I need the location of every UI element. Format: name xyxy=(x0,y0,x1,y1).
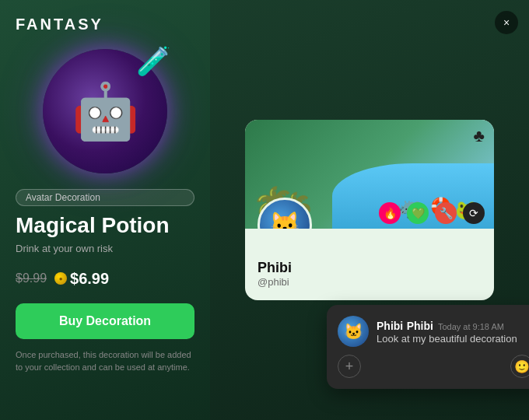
chat-input-row: + 🙂 xyxy=(338,355,529,378)
left-panel: FANTASY 🤖 🧪 Avatar Decoration Magical Po… xyxy=(0,0,210,420)
icon-heart[interactable]: 💚 xyxy=(407,202,429,224)
price-coin: ● $6.99 xyxy=(54,270,109,288)
avatar-decoration-emoji: 🧪 xyxy=(136,45,171,78)
item-name: Magical Potion xyxy=(16,214,194,238)
price-original: $9.99 xyxy=(16,271,47,285)
disclaimer-text: Once purchased, this decoration will be … xyxy=(16,348,194,374)
close-button[interactable]: × xyxy=(495,11,518,34)
profile-info: Phibi @phibi xyxy=(245,229,494,300)
icon-spinner[interactable]: ⟳ xyxy=(463,202,485,224)
buy-decoration-button[interactable]: Buy Decoration xyxy=(16,303,194,339)
profile-action-icons: 🔥 💚 🔧 ⟳ xyxy=(379,202,485,224)
right-panel: × 🌴 🌴 🦏 🛟 🐸 ♣ 🐱 🔥 xyxy=(210,0,529,420)
avatar-emoji: 🤖 xyxy=(72,84,139,138)
chat-message: Look at my beautiful decoration xyxy=(377,333,517,345)
chat-avatar: 🐱 xyxy=(338,316,369,347)
coin-icon: ● xyxy=(54,272,67,285)
profile-name: Phibi xyxy=(257,260,482,276)
chat-bubble: 🐱 Phibi PhibiToday at 9:18 AM Look at my… xyxy=(327,305,529,389)
price-row: $9.99 ● $6.99 xyxy=(16,270,194,288)
icon-wrench[interactable]: 🔧 xyxy=(435,202,457,224)
chat-name-row: Phibi PhibiToday at 9:18 AM Look at my b… xyxy=(377,319,517,345)
price-discounted: $6.99 xyxy=(70,270,109,288)
profile-avatar-wrapper: 🐱 xyxy=(257,198,312,229)
chat-header: 🐱 Phibi PhibiToday at 9:18 AM Look at my… xyxy=(338,316,529,347)
chat-add-button[interactable]: + xyxy=(338,355,361,378)
item-badge: Avatar Decoration xyxy=(16,189,194,206)
chat-emoji-button[interactable]: 🙂 xyxy=(510,355,529,378)
spade-icon: ♣ xyxy=(474,126,485,146)
item-description: Drink at your own risk xyxy=(16,243,194,254)
profile-card: 🌴 🌴 🦏 🛟 🐸 ♣ 🐱 🔥 💚 🔧 ⟳ xyxy=(245,120,494,300)
app-logo: FANTASY xyxy=(16,16,194,33)
icon-flame[interactable]: 🔥 xyxy=(379,202,401,224)
profile-banner: 🌴 🌴 🦏 🛟 🐸 ♣ 🐱 🔥 💚 🔧 ⟳ xyxy=(245,120,494,229)
profile-handle: @phibi xyxy=(257,276,482,288)
avatar-container: 🤖 🧪 xyxy=(16,49,194,173)
chat-time: PhibiToday at 9:18 AM xyxy=(407,322,504,331)
avatar-circle: 🤖 🧪 xyxy=(43,49,167,173)
chat-sender-name: Phibi xyxy=(377,320,403,332)
profile-avatar: 🐱 xyxy=(257,198,312,229)
